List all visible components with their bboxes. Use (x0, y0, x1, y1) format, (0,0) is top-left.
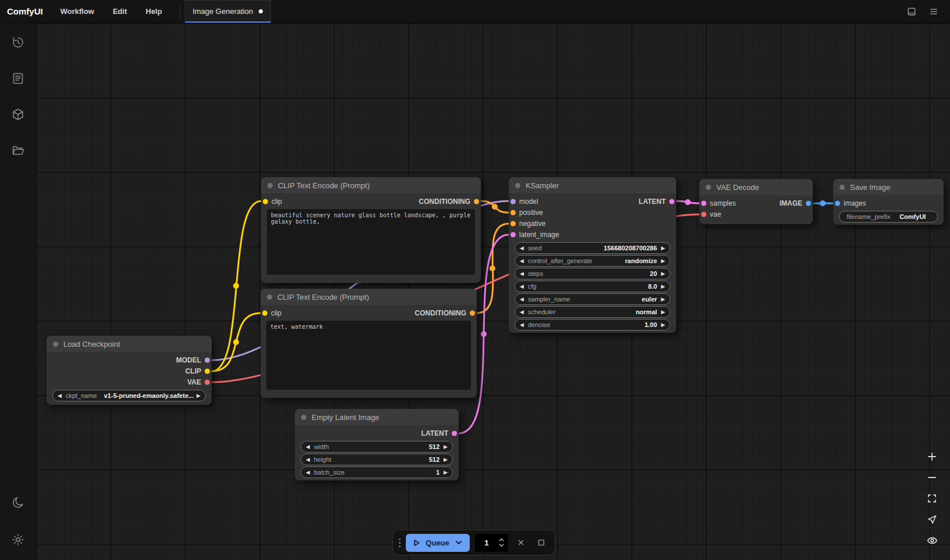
node-collapse-dot[interactable] (267, 295, 272, 300)
images-input-port[interactable] (835, 200, 840, 206)
clip-input-port[interactable] (262, 310, 267, 315)
node-header[interactable]: KSampler (509, 177, 676, 193)
sampler-name-widget[interactable]: ◀ sampler_name euler ▶ (515, 293, 670, 305)
negative-input-port[interactable] (510, 221, 516, 226)
widget-decrement-icon[interactable]: ◀ (520, 297, 524, 302)
menu-edit[interactable]: Edit (103, 0, 137, 23)
latent-output-port[interactable] (669, 199, 674, 204)
clip-output-port[interactable] (205, 368, 210, 374)
widget-increment-icon[interactable]: ▶ (661, 284, 665, 289)
menu-help[interactable]: Help (137, 0, 172, 23)
node-header[interactable]: CLIP Text Encode (Prompt) (261, 177, 481, 193)
widget-decrement-icon[interactable]: ◀ (520, 246, 524, 251)
clip-input-port[interactable] (263, 199, 268, 204)
node-collapse-dot[interactable] (706, 185, 711, 190)
fit-view-button[interactable] (922, 490, 942, 507)
widget-decrement-icon[interactable]: ◀ (520, 310, 524, 315)
prompt-textarea[interactable]: beautiful scenery nature glass bottle la… (267, 209, 475, 275)
widget-decrement-icon[interactable]: ◀ (520, 271, 524, 277)
node-empty-latent-image[interactable]: Empty Latent Image LATENT ◀ width 512 ▶ … (295, 409, 459, 480)
widget-decrement-icon[interactable]: ◀ (306, 457, 310, 462)
batch-size-widget[interactable]: ◀ batch_size 1 ▶ (301, 466, 453, 478)
widget-decrement-icon[interactable]: ◀ (520, 284, 524, 289)
width-widget[interactable]: ◀ width 512 ▶ (301, 441, 453, 453)
vae-output-port[interactable] (205, 379, 210, 385)
samples-input-port[interactable] (701, 200, 706, 206)
toggle-link-visibility-button[interactable] (922, 532, 942, 548)
conditioning-output-port[interactable] (470, 310, 475, 315)
queue-bar-drag-handle[interactable] (399, 539, 401, 547)
stop-button[interactable] (534, 535, 549, 550)
zoom-out-button[interactable] (922, 469, 942, 486)
node-collapse-dot[interactable] (267, 183, 273, 188)
scheduler-widget[interactable]: ◀ scheduler normal ▶ (515, 306, 670, 318)
control-after-generate-widget[interactable]: ◀ control_after_generate randomize ▶ (515, 255, 670, 267)
widget-increment-icon[interactable]: ▶ (661, 297, 665, 302)
ckpt-name-widget[interactable]: ◀ ckpt_name v1-5-pruned-emaonly.safete..… (52, 390, 206, 401)
sidebar-model-library-button[interactable] (0, 101, 36, 128)
settings-button[interactable] (0, 526, 36, 553)
widget-decrement-icon[interactable]: ◀ (520, 322, 524, 328)
widget-increment-icon[interactable]: ▶ (661, 310, 665, 315)
positive-input-port[interactable] (510, 210, 516, 215)
node-collapse-dot[interactable] (840, 185, 845, 190)
widget-decrement-icon[interactable]: ◀ (306, 470, 310, 475)
clear-queue-button[interactable] (513, 535, 528, 550)
widget-increment-icon[interactable]: ▶ (661, 246, 665, 251)
node-header[interactable]: Save Image (833, 179, 944, 195)
workflow-tab-image-generation[interactable]: Image Generation (185, 0, 271, 23)
node-header[interactable]: Load Checkpoint (47, 336, 212, 352)
node-ksampler[interactable]: KSampler model LATENT positive negative … (509, 177, 676, 333)
steps-widget[interactable]: ◀ steps 20 ▶ (515, 268, 670, 279)
node-save-image[interactable]: Save Image images filename_prefix ComfyU… (833, 179, 944, 225)
seed-widget[interactable]: ◀ seed 156680208700286 ▶ (515, 242, 670, 254)
image-output-port[interactable] (806, 200, 811, 206)
sidebar-node-library-button[interactable] (0, 65, 36, 92)
output-row-model: MODEL (47, 354, 212, 365)
widget-increment-icon[interactable]: ▶ (197, 393, 201, 399)
stepper-up-icon[interactable] (498, 538, 505, 542)
widget-decrement-icon[interactable]: ◀ (306, 444, 310, 450)
conditioning-output-port[interactable] (474, 199, 479, 204)
latent-output-port[interactable] (452, 430, 457, 436)
denoise-widget[interactable]: ◀ denoise 1.00 ▶ (515, 319, 670, 331)
widget-increment-icon[interactable]: ▶ (661, 322, 665, 328)
prompt-textarea[interactable]: text, watermark (266, 321, 471, 390)
theme-toggle-button[interactable] (0, 489, 36, 516)
sidebar-queue-history-button[interactable] (0, 29, 36, 56)
node-load-checkpoint[interactable]: Load Checkpoint MODEL CLIP VAE ◀ ckpt_na… (47, 336, 212, 405)
bottom-panel-toggle-button[interactable] (903, 3, 920, 20)
node-collapse-dot[interactable] (515, 183, 520, 188)
node-collapse-dot[interactable] (53, 342, 58, 347)
model-input-port[interactable] (510, 199, 516, 204)
node-vae-decode[interactable]: VAE Decode samples IMAGE vae (699, 179, 813, 224)
node-header[interactable]: VAE Decode (699, 179, 813, 195)
widget-decrement-icon[interactable]: ◀ (520, 259, 524, 264)
node-clip-text-encode-negative[interactable]: CLIP Text Encode (Prompt) clip CONDITION… (260, 289, 477, 398)
cfg-widget[interactable]: ◀ cfg 8.0 ▶ (515, 281, 670, 292)
main-menu-button[interactable] (926, 3, 942, 20)
widget-increment-icon[interactable]: ▶ (444, 470, 448, 475)
node-header[interactable]: Empty Latent Image (295, 409, 459, 425)
stepper-down-icon[interactable] (498, 543, 505, 547)
menu-workflow[interactable]: Workflow (51, 0, 103, 23)
model-output-port[interactable] (205, 357, 210, 362)
sidebar-workflows-button[interactable] (0, 137, 36, 164)
batch-count-input[interactable]: 1 (475, 534, 508, 552)
node-collapse-dot[interactable] (301, 415, 306, 420)
zoom-in-button[interactable] (922, 448, 942, 465)
widget-decrement-icon[interactable]: ◀ (58, 393, 62, 399)
node-clip-text-encode-positive[interactable]: CLIP Text Encode (Prompt) clip CONDITION… (261, 177, 481, 283)
widget-increment-icon[interactable]: ▶ (661, 271, 665, 277)
latent-image-input-port[interactable] (510, 232, 516, 237)
widget-increment-icon[interactable]: ▶ (444, 444, 448, 450)
widget-increment-icon[interactable]: ▶ (661, 259, 665, 264)
node-canvas[interactable] (36, 23, 950, 560)
filename-prefix-widget[interactable]: filename_prefix ComfyUI (839, 211, 938, 222)
widget-increment-icon[interactable]: ▶ (444, 457, 448, 462)
queue-button[interactable]: Queue (406, 534, 470, 552)
node-header[interactable]: CLIP Text Encode (Prompt) (260, 289, 477, 305)
vae-input-port[interactable] (701, 211, 706, 217)
select-mode-button[interactable] (922, 511, 942, 527)
height-widget[interactable]: ◀ height 512 ▶ (301, 454, 453, 465)
